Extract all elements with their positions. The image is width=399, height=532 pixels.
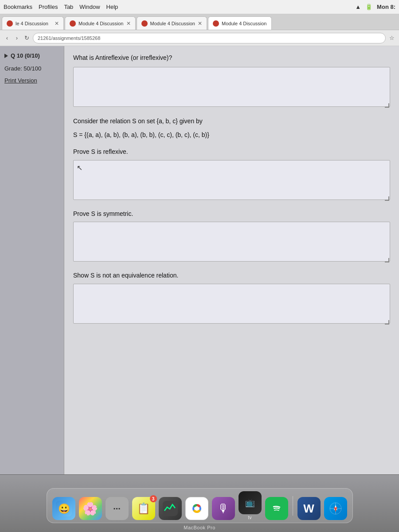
q1-text: What is Antireflexive (or irreflexive)? xyxy=(73,53,390,63)
finder-icon: 😀 xyxy=(52,497,75,520)
tab-icon-3 xyxy=(213,20,219,27)
dock-item-podcast[interactable]: 🎙 xyxy=(212,497,235,520)
browser-tab-1[interactable]: Module 4 Discussion ✕ xyxy=(65,16,136,30)
dock-area: 😀 🌸 ··· 📋 3 xyxy=(0,474,399,532)
appletv-icon: 📺 xyxy=(239,491,262,514)
relation-definition: Consider the relation S on set {a, b, c}… xyxy=(73,117,390,140)
sidebar-grade: Grade: 50/100 xyxy=(0,63,64,74)
menu-bar-items: Bookmarks Profiles Tab Window Help xyxy=(4,4,355,10)
browser-content: Q 10 (0/10) Grade: 50/100 Print Version … xyxy=(0,46,399,474)
main-content: What is Antireflexive (or irreflexive)? … xyxy=(64,46,399,474)
question-reflexive: Prove S is reflexive. ↖ xyxy=(73,148,390,202)
q1-answer-box[interactable] xyxy=(73,67,390,107)
menu-bar-right: ▲ 🔋 Mon 8: xyxy=(355,4,395,10)
spotify-icon xyxy=(265,497,288,520)
notes-icon: 📋 3 xyxy=(132,497,155,520)
menu-help[interactable]: Help xyxy=(106,4,118,10)
bookmark-icon[interactable]: ☆ xyxy=(388,35,395,42)
equivalence-answer-wrapper xyxy=(73,284,390,325)
dock-item-more[interactable]: ··· xyxy=(106,497,129,520)
browser-tab-2[interactable]: Module 4 Discussion ✕ xyxy=(137,16,207,30)
address-bar: ‹ › ↻ ☆ xyxy=(0,30,399,46)
tab-icon-1 xyxy=(70,20,76,27)
question-symmetric: Prove S is symmetric. xyxy=(73,210,390,264)
word-icon: W xyxy=(297,497,321,520)
dock-item-safari[interactable] xyxy=(324,497,347,520)
chrome-icon xyxy=(185,497,208,520)
dock-item-finder[interactable]: 😀 xyxy=(52,497,75,520)
menu-window[interactable]: Window xyxy=(79,4,100,10)
forward-icon[interactable]: › xyxy=(13,35,20,42)
tab-label-1: Module 4 Discussion xyxy=(78,21,124,26)
menu-profiles[interactable]: Profiles xyxy=(39,4,58,10)
dock-item-notes[interactable]: 📋 3 xyxy=(132,497,155,520)
sidebar-question[interactable]: Q 10 (0/10) xyxy=(0,50,64,62)
tab-label-2: Module 4 Discussion xyxy=(150,21,196,26)
notes-badge: 3 xyxy=(150,495,157,502)
pinwheel-icon: 🌸 xyxy=(79,497,102,520)
tab-label-0: le 4 Discussion xyxy=(16,21,48,26)
dock-item-appletv[interactable]: 📺 tv xyxy=(239,491,262,520)
question-antireflexive: What is Antireflexive (or irreflexive)? xyxy=(73,53,390,109)
refresh-icon[interactable]: ↻ xyxy=(23,35,30,42)
sidebar-print-link[interactable]: Print Version xyxy=(0,75,64,86)
dock-item-pinwheel[interactable]: 🌸 xyxy=(79,497,102,520)
tab-label-3: Module 4 Discussion xyxy=(222,21,267,26)
dock: 😀 🌸 ··· 📋 3 xyxy=(47,488,353,523)
reflexive-answer-wrapper: ↖ xyxy=(73,160,390,202)
dock-item-word[interactable]: W xyxy=(297,497,321,520)
battery-icon: 🔋 xyxy=(365,4,372,10)
tab-close-0[interactable]: ✕ xyxy=(55,20,59,27)
macbook-label: MacBook Pro xyxy=(184,525,215,530)
equivalence-answer-box[interactable] xyxy=(73,284,390,324)
question-equivalence: Show S is not an equivalence relation. xyxy=(73,271,390,325)
sidebar: Q 10 (0/10) Grade: 50/100 Print Version xyxy=(0,46,64,474)
more-icon: ··· xyxy=(106,497,129,520)
tab-close-1[interactable]: ✕ xyxy=(126,20,131,27)
svg-text:😀: 😀 xyxy=(58,503,70,515)
prove-symmetric-label: Prove S is symmetric. xyxy=(73,210,390,219)
wifi-icon: ▲ xyxy=(355,4,361,10)
prove-reflexive-label: Prove S is reflexive. xyxy=(73,148,390,156)
dock-item-spotify[interactable] xyxy=(265,497,288,520)
menu-bookmarks[interactable]: Bookmarks xyxy=(4,4,32,10)
dock-item-chrome[interactable] xyxy=(185,497,208,520)
tab-icon-0 xyxy=(7,20,13,27)
svg-point-5 xyxy=(195,506,199,511)
tab-close-2[interactable]: ✕ xyxy=(198,20,202,27)
expand-icon xyxy=(4,54,8,58)
activity-icon xyxy=(159,497,182,520)
symmetric-answer-wrapper xyxy=(73,222,390,263)
safari-icon xyxy=(324,497,347,520)
browser-tab-3[interactable]: Module 4 Discussion xyxy=(208,16,272,30)
appletv-label: tv xyxy=(248,515,252,520)
podcast-icon: 🎙 xyxy=(212,497,235,520)
q1-answer-wrapper xyxy=(73,67,390,109)
back-icon[interactable]: ‹ xyxy=(4,35,11,42)
address-input[interactable] xyxy=(33,33,386,43)
show-equivalence-label: Show S is not an equivalence relation. xyxy=(73,271,390,280)
browser-tab-0[interactable]: le 4 Discussion ✕ xyxy=(2,16,64,30)
relation-formula-text: S = {(a, a), (a, b), (b, a), (b, b), (c,… xyxy=(73,130,390,140)
dock-item-activity[interactable] xyxy=(159,497,182,520)
time-display: Mon 8: xyxy=(377,4,395,10)
reflexive-answer-box[interactable] xyxy=(73,160,390,200)
tab-bar: le 4 Discussion ✕ Module 4 Discussion ✕ … xyxy=(0,14,399,30)
relation-intro-text: Consider the relation S on set {a, b, c}… xyxy=(73,117,390,126)
question-label: Q 10 (0/10) xyxy=(11,52,40,59)
dock-divider xyxy=(293,496,293,516)
tab-icon-2 xyxy=(141,20,148,27)
menu-tab[interactable]: Tab xyxy=(64,4,73,10)
symmetric-answer-box[interactable] xyxy=(73,222,390,262)
menu-bar: Bookmarks Profiles Tab Window Help ▲ 🔋 M… xyxy=(0,0,399,14)
